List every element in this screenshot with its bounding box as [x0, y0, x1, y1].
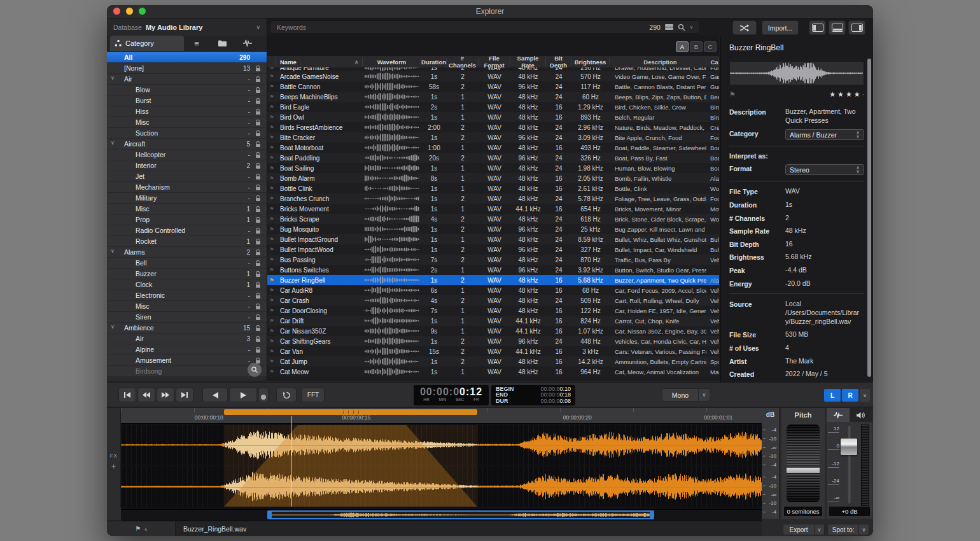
row-flag-icon[interactable]: ⚑ — [267, 349, 276, 355]
sidebar-item-hiss[interactable]: Hiss- — [107, 106, 267, 116]
selection-bar[interactable] — [224, 409, 477, 415]
row-flag-icon[interactable]: ⚑ — [267, 135, 276, 141]
row-flag-icon[interactable]: ⚑ — [267, 369, 276, 375]
sidebar-item-bell[interactable]: Bell- — [107, 258, 267, 268]
play-reverse-button[interactable] — [202, 388, 228, 402]
tab-waveform-view[interactable] — [235, 36, 260, 51]
sidebar-item-birdsong[interactable]: Birdsong — [107, 366, 267, 376]
row-flag-icon[interactable]: ⚑ — [267, 278, 276, 283]
sidebar-item-air[interactable]: ∨Air- — [107, 74, 267, 84]
search-options-chevron-icon[interactable]: ∨ — [690, 25, 693, 30]
table-row-bullet-impactwood[interactable]: ⚑Bullet ImpactWood1s2WAV96 kHz24327 HzBu… — [267, 244, 719, 255]
layout-bottom-panel-button[interactable] — [829, 20, 846, 35]
sidebar-item-buzzer[interactable]: Buzzer1 — [107, 269, 267, 279]
range-handle-left[interactable] — [267, 512, 272, 518]
table-row-bus-passing[interactable]: ⚑Bus Passing7s2WAV48 kHz24870 HzTraffic,… — [267, 255, 719, 265]
playhead-cursor[interactable] — [291, 416, 292, 507]
skip-to-start-button[interactable] — [118, 388, 136, 402]
tab-category[interactable]: Category — [110, 36, 184, 51]
table-row-arcade-gamesnoise[interactable]: ⚑Arcade GamesNoise1s2WAV48 kHz24570 HzVi… — [267, 71, 719, 81]
row-flag-icon[interactable]: ⚑ — [267, 339, 276, 344]
category-select[interactable]: Alarms / Buzzer∧∨ — [785, 129, 864, 140]
pitch-wheel[interactable] — [787, 425, 820, 502]
column-header-description[interactable]: Description — [610, 58, 706, 66]
row-flag-icon[interactable]: ⚑ — [267, 104, 276, 110]
table-row-buzzer-ringbell[interactable]: ⚑Buzzer RingBell1s2WAV48 kHz165.68 kHzBu… — [267, 275, 719, 285]
table-row-car-doorclosing[interactable]: ⚑Car DoorClosing7s1WAV48 kHz16122 HzCar,… — [267, 306, 719, 316]
table-row-car-crash[interactable]: ⚑Car Crash4s2WAV48 kHz24509 HzCart, Roll… — [267, 295, 719, 306]
table-row-beeps-machineblips[interactable]: ⚑Beeps MachineBlips1s1WAV48 kHz2460 HzBe… — [267, 92, 719, 102]
sidebar-item-radio-controlled[interactable]: Radio Controlled- — [107, 225, 267, 235]
star-empty-dot[interactable]: · — [862, 91, 864, 98]
row-flag-icon[interactable]: ⚑ — [267, 247, 276, 253]
sidebar-item-alarms[interactable]: ∨Alarms2 — [107, 247, 267, 257]
table-row-bottle-clink[interactable]: ⚑Bottle Clink1s1WAV48 kHz162.61 kHzBottl… — [267, 183, 719, 193]
fast-forward-button[interactable] — [157, 388, 174, 402]
column-header-duration[interactable]: Duration — [421, 58, 447, 66]
spot-to-button[interactable]: Spot to: ∨ — [827, 524, 869, 535]
range-handle-right[interactable] — [650, 512, 654, 518]
loop-button[interactable] — [276, 388, 297, 402]
sidebar-item-siren[interactable]: Siren- — [107, 312, 267, 322]
import-button[interactable]: Import... — [762, 20, 799, 35]
ab-compare-button-c[interactable]: C — [704, 41, 717, 52]
export-button[interactable]: Export ∨ — [783, 524, 825, 535]
channel-mode-dropdown[interactable]: Mono ∨ — [662, 388, 710, 402]
row-flag-icon[interactable]: ⚑ — [267, 196, 276, 202]
view-range-selector[interactable] — [267, 510, 654, 519]
sidebar-item-amusement[interactable]: Amusement- — [107, 355, 267, 365]
table-row-battle-cannon[interactable]: ⚑Battle Cannon58s2WAV96 kHz24117 HzBattl… — [267, 81, 719, 92]
sidebar-item-military[interactable]: Military- — [107, 193, 267, 203]
skip-to-end-button[interactable] — [176, 388, 193, 402]
tab-folders[interactable] — [209, 36, 235, 51]
sidebar-item-clock[interactable]: Clock1 — [107, 279, 267, 290]
sidebar-item--none-[interactable]: [None]13 — [107, 63, 267, 73]
tab-list-view[interactable]: ≡ — [184, 36, 209, 51]
sidebar-item-all[interactable]: All290 — [107, 52, 267, 62]
column-header-bit-depth[interactable]: Bit Depth — [546, 58, 571, 66]
row-flag-icon[interactable]: ⚑ — [267, 67, 276, 71]
table-row-boat-sailing[interactable]: ⚑Boat Sailing1s1WAV48 kHz241.98 kHzHuman… — [267, 163, 719, 173]
collapse-chevron-icon[interactable]: ‹ — [144, 525, 147, 533]
tab-waveform-mode[interactable] — [827, 408, 850, 422]
search-icon[interactable] — [678, 24, 685, 31]
row-flag-icon[interactable]: ⚑ — [267, 115, 276, 120]
row-flag-icon[interactable]: ⚑ — [267, 288, 276, 293]
row-flag-icon[interactable]: ⚑ — [267, 298, 276, 304]
volume-fader-track[interactable] — [847, 425, 851, 505]
sidebar-item-air[interactable]: Air3 — [107, 334, 267, 344]
row-flag-icon[interactable]: ⚑ — [267, 257, 276, 263]
chevron-down-icon[interactable]: ∨ — [111, 75, 115, 81]
table-row-bird-eagle[interactable]: ⚑Bird Eagle2s1WAV48 kHz161.29 kHzBird, C… — [267, 102, 719, 112]
column-header-file-format[interactable]: File Format — [479, 58, 510, 66]
table-row-bite-cracker[interactable]: ⚑Bite Cracker1s2WAV96 kHz243.09 kHzBite … — [267, 132, 719, 143]
column-header-brightness[interactable]: Brightness — [571, 58, 610, 66]
sidebar-item-misc[interactable]: Misc- — [107, 117, 267, 127]
column-header--channels[interactable]: # Channels — [447, 58, 479, 66]
flag-icon[interactable]: ⚑ — [729, 90, 736, 99]
chevron-down-icon[interactable]: ∨ — [111, 248, 115, 254]
table-row-bird-owl[interactable]: ⚑Bird Owl1s1WAV48 kHz16893 HzBelch, Regu… — [267, 112, 719, 122]
table-row-antique-furniture[interactable]: ⚑Antique Furniture1s2WAV48 kHz24296 HzDr… — [267, 67, 719, 71]
waveform-channel-left[interactable] — [121, 425, 762, 465]
table-row-bug-mosquito[interactable]: ⚑Bug Mosquito1s2WAV96 kHz2425 kHzBug Zap… — [267, 224, 719, 234]
volume-fader-handle[interactable] — [841, 439, 857, 455]
inspector-waveform-thumbnail[interactable] — [729, 61, 864, 85]
row-flag-icon[interactable]: ⚑ — [267, 176, 276, 181]
sidebar-item-jet[interactable]: Jet- — [107, 171, 267, 181]
table-row-bomb-alarm[interactable]: ⚑Bomb Alarm8s1WAV48 kHz162.05 kHzBomb, F… — [267, 173, 719, 183]
sidebar-item-alpine[interactable]: Alpine- — [107, 344, 267, 355]
overview-scrollbar[interactable] — [121, 509, 762, 521]
sidebar-item-rocket[interactable]: Rocket1 — [107, 236, 267, 246]
sidebar-item-electronic[interactable]: Electronic- — [107, 290, 267, 300]
chevron-down-icon[interactable]: ∨ — [111, 140, 115, 146]
file-info-control[interactable]: ⚑ ‹ — [107, 521, 176, 536]
record-toggle[interactable] — [258, 388, 269, 402]
row-flag-icon[interactable]: ⚑ — [267, 227, 276, 232]
keywords-search-input[interactable]: Keywords 290 ∨ — [270, 20, 700, 34]
add-fx-button[interactable]: + — [107, 461, 120, 471]
table-row-cat-meow[interactable]: ⚑Cat Meow1s1WAV48 kHz16964 HzCat, Meow, … — [267, 367, 719, 377]
tab-speaker-mode[interactable] — [850, 408, 872, 422]
table-row-branches-crunch[interactable]: ⚑Branches Crunch1s2WAV48 kHz245.78 kHzFo… — [267, 193, 719, 204]
sidebar-search-button[interactable] — [248, 363, 262, 377]
